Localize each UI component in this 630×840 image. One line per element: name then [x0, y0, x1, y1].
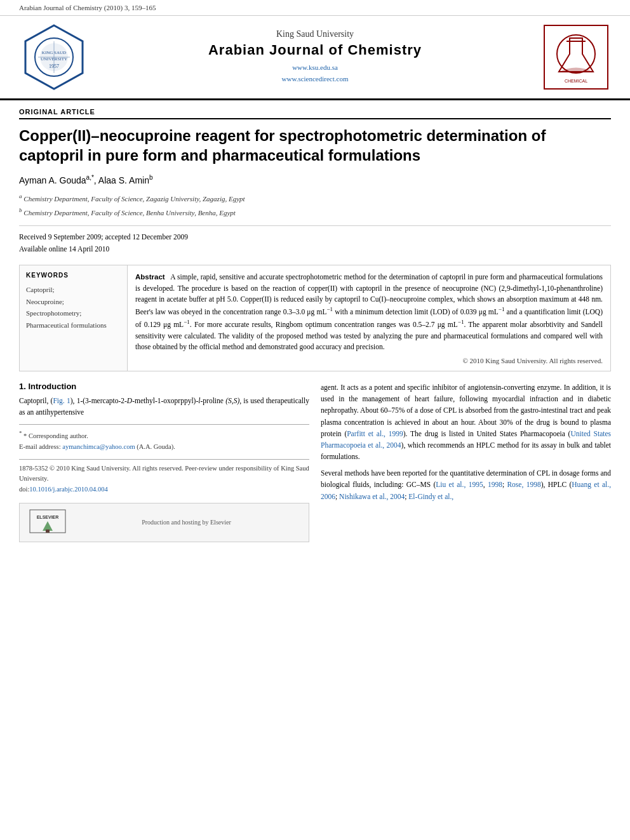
- chemical-logo: CHEMICAL: [541, 22, 611, 92]
- received-date: Received 9 September 2009; accepted 12 D…: [19, 231, 611, 244]
- abstract-body-2: with a minimum detection limit (LOD) of …: [333, 308, 499, 316]
- issn-text: 1878-5352 © 2010 King Saud University. A…: [19, 463, 309, 485]
- liu-1998-link[interactable]: 1998: [488, 481, 502, 488]
- keyword-2: Neocuproine;: [26, 296, 121, 308]
- abstract-text: Abstract A simple, rapid, sensitive and …: [135, 272, 603, 353]
- abstract-body-4: . For more accurate results, Ringbom opt…: [190, 321, 458, 328]
- footnote-corresponding: * * Corresponding author.: [19, 429, 309, 441]
- doi-link[interactable]: 10.1016/j.arabjc.2010.04.004: [29, 486, 107, 493]
- svg-text:CHEMICAL: CHEMICAL: [565, 79, 587, 83]
- intro-paragraph-right-2: Several methods have been reported for t…: [321, 467, 611, 502]
- keywords-list: Captopril; Neocuproine; Spectrophotometr…: [26, 284, 121, 331]
- abstract-column: Abstract A simple, rapid, sensitive and …: [128, 265, 610, 371]
- intro-paragraph-right-1: agent. It acts as a potent and specific …: [321, 382, 611, 462]
- article-body: ORIGINAL ARTICLE Copper(II)–neocuproine …: [0, 100, 630, 555]
- elsevier-logo-area: ELSEVIER: [29, 509, 67, 537]
- elgindy-link[interactable]: El-Gindy et al.,: [408, 493, 453, 500]
- doi-line: doi:10.1016/j.arabjc.2010.04.004: [19, 484, 309, 495]
- keyword-1: Captopril;: [26, 284, 121, 296]
- abstract-sup3: −1: [184, 319, 190, 325]
- article-type: ORIGINAL ARTICLE: [19, 108, 611, 119]
- journal-urls: www.ksu.edu.sa www.sciencedirect.com: [89, 62, 541, 84]
- header-center: King Saud University Arabian Journal of …: [89, 29, 541, 84]
- svg-text:ELSEVIER: ELSEVIER: [37, 515, 59, 519]
- keyword-3: Spectrophotometry;: [26, 307, 121, 319]
- authors-line: Ayman A. Goudaa,*, Alaa S. Aminb: [19, 174, 611, 185]
- svg-rect-15: [46, 530, 50, 533]
- liu-1995-link[interactable]: Liu et al., 1995: [436, 481, 483, 488]
- citation-bar: Arabian Journal of Chemistry (2010) 3, 1…: [0, 0, 630, 16]
- email-link[interactable]: aymanchimca@yahoo.com: [62, 443, 135, 450]
- affiliation-b: b Chemistry Department, Faculty of Scien…: [19, 206, 611, 218]
- affiliations: a Chemistry Department, Faculty of Scien…: [19, 192, 611, 219]
- keywords-column: KEYWORDS Captopril; Neocuproine; Spectro…: [20, 265, 128, 371]
- abstract-label: Abstract: [135, 273, 165, 281]
- affiliation-a: a Chemistry Department, Faculty of Scien…: [19, 192, 611, 204]
- page: Arabian Journal of Chemistry (2010) 3, 1…: [0, 0, 630, 840]
- abstract-sup2: −1: [499, 306, 505, 312]
- keyword-4: Pharmaceutical formulations: [26, 319, 121, 331]
- author-separator: , Alaa S. Amin: [94, 175, 149, 185]
- copyright-line: © 2010 King Saud University. All rights …: [135, 357, 603, 364]
- parfitt-link[interactable]: Parfitt et al., 1999: [347, 430, 403, 437]
- fig1-link[interactable]: Fig. 1: [53, 397, 70, 404]
- intro-title: 1. Introduction: [19, 382, 309, 391]
- article-title: Copper(II)–neocuproine reagent for spect…: [19, 126, 611, 165]
- abstract-section: KEYWORDS Captopril; Neocuproine; Spectro…: [19, 265, 611, 371]
- elsevier-banner: ELSEVIER Production and hosting by Elsev…: [19, 503, 309, 542]
- left-column: 1. Introduction Captopril, (Fig. 1), 1-(…: [19, 382, 309, 542]
- online-date: Available online 14 April 2010: [19, 243, 611, 256]
- abstract-sup1: −1: [326, 306, 333, 312]
- elsevier-text: Production and hosting by Elsevier: [73, 519, 300, 526]
- issn-section: 1878-5352 © 2010 King Saud University. A…: [19, 459, 309, 495]
- university-name: King Saud University: [89, 29, 541, 39]
- two-column-body: 1. Introduction Captopril, (Fig. 1), 1-(…: [19, 382, 611, 542]
- ksu-logo: KING SAUD UNIVERSITY 1957: [19, 22, 89, 92]
- author1-name: Ayman A. Gouda: [19, 175, 86, 185]
- rose-link[interactable]: Rose, 1998: [507, 481, 540, 488]
- author1-sup: a,*: [86, 174, 94, 181]
- author2-sup: b: [149, 174, 153, 181]
- keywords-title: KEYWORDS: [26, 272, 121, 279]
- article-dates: Received 9 September 2009; accepted 12 D…: [19, 225, 611, 256]
- right-column: agent. It acts as a potent and specific …: [321, 382, 611, 542]
- footnote-email: E-mail address: aymanchimca@yahoo.com (A…: [19, 442, 309, 453]
- svg-marker-14: [43, 521, 53, 531]
- footnote-section: * * Corresponding author. E-mail address…: [19, 424, 309, 452]
- intro-paragraph-1: Captopril, (Fig. 1), 1-(3-mercapto-2-D-m…: [19, 395, 309, 418]
- nishikawa-link[interactable]: Nishikawa et al., 2004: [339, 493, 405, 500]
- abstract-sup4: −1: [458, 319, 464, 325]
- journal-name: Arabian Journal of Chemistry: [89, 42, 541, 58]
- journal-header: KING SAUD UNIVERSITY 1957 King Saud Univ…: [0, 16, 630, 100]
- url2[interactable]: www.sciencedirect.com: [89, 74, 541, 85]
- url1[interactable]: www.ksu.edu.sa: [89, 62, 541, 74]
- citation-text: Arabian Journal of Chemistry (2010) 3, 1…: [19, 4, 156, 11]
